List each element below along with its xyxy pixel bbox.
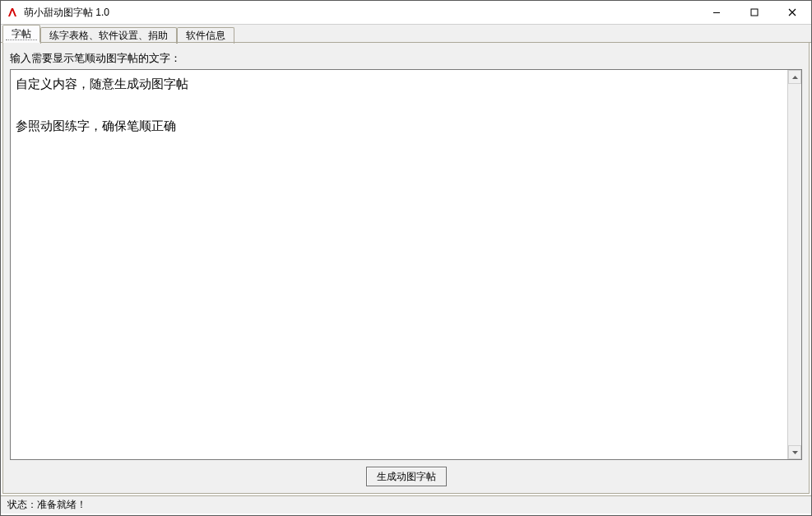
svg-rect-0 [713,12,720,13]
content-textarea[interactable] [11,70,787,459]
tab-label: 软件信息 [186,29,225,43]
tab-strip: 字帖 练字表格、软件设置、捐助 软件信息 [1,24,811,43]
tab-copybook[interactable]: 字帖 [2,25,40,43]
button-row: 生成动图字帖 [10,460,802,486]
tab-underline [1,42,811,43]
tab-settings[interactable]: 练字表格、软件设置、捐助 [40,27,177,44]
tab-label: 字帖 [12,27,31,41]
status-bar: 状态：准备就绪！ [1,495,811,514]
vertical-scrollbar[interactable] [787,70,801,459]
title-bar: 萌小甜动图字帖 1.0 [1,1,811,24]
window-controls [698,1,811,24]
scroll-up-button[interactable] [788,70,801,84]
textarea-container [10,69,802,460]
main-panel: 输入需要显示笔顺动图字帖的文字： 生成动图字帖 [2,43,810,494]
input-prompt-label: 输入需要显示笔顺动图字帖的文字： [10,51,802,66]
app-icon [6,6,19,19]
tab-label: 练字表格、软件设置、捐助 [49,29,168,43]
status-text: 状态：准备就绪！ [7,498,86,512]
maximize-button[interactable] [735,1,773,24]
generate-button[interactable]: 生成动图字帖 [366,467,447,486]
tab-about[interactable]: 软件信息 [177,27,234,44]
window-title: 萌小甜动图字帖 1.0 [24,6,698,20]
scroll-down-button[interactable] [788,445,801,459]
svg-rect-1 [751,9,758,16]
minimize-button[interactable] [698,1,735,24]
close-button[interactable] [773,1,811,24]
generate-button-label: 生成动图字帖 [377,470,436,484]
